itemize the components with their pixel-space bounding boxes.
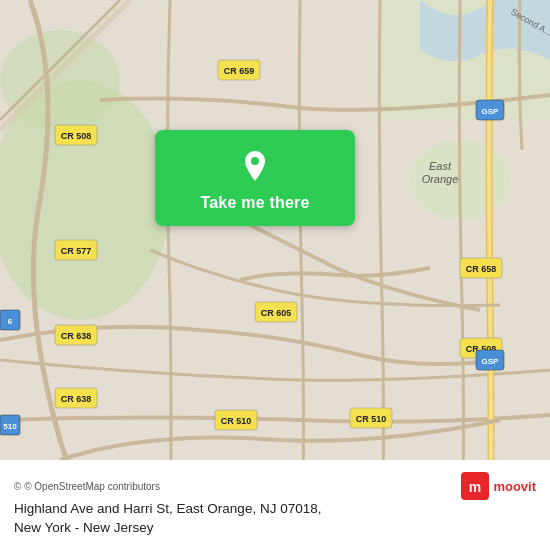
moovit-brand-name: moovit (493, 479, 536, 494)
svg-text:CR 605: CR 605 (261, 308, 292, 318)
svg-text:GSP: GSP (482, 357, 500, 366)
svg-text:CR 510: CR 510 (356, 414, 387, 424)
svg-text:CR 577: CR 577 (61, 246, 92, 256)
location-pin-icon (237, 148, 273, 184)
map-container: CR 659 CR 508 CR 577 CR 638 CR 638 CR 60… (0, 0, 550, 550)
info-bar: © © OpenStreetMap contributors m moovit … (0, 460, 550, 550)
svg-text:510: 510 (3, 422, 17, 431)
openstreetmap-credit: © © OpenStreetMap contributors (14, 481, 160, 492)
svg-text:CR 658: CR 658 (466, 264, 497, 274)
svg-text:Orange: Orange (422, 173, 459, 185)
svg-point-41 (251, 157, 259, 165)
svg-text:CR 659: CR 659 (224, 66, 255, 76)
svg-text:CR 508: CR 508 (61, 131, 92, 141)
address-text: Highland Ave and Harri St, East Orange, … (14, 500, 536, 538)
svg-text:GSP: GSP (482, 107, 500, 116)
take-me-there-button[interactable]: Take me there (200, 194, 309, 212)
svg-text:East: East (429, 160, 452, 172)
navigation-banner: Take me there (155, 130, 355, 226)
svg-text:CR 510: CR 510 (221, 416, 252, 426)
svg-text:CR 638: CR 638 (61, 394, 92, 404)
svg-text:6: 6 (8, 317, 13, 326)
svg-text:CR 638: CR 638 (61, 331, 92, 341)
svg-text:m: m (469, 479, 481, 495)
moovit-logo: m moovit (461, 472, 536, 500)
moovit-icon: m (461, 472, 489, 500)
